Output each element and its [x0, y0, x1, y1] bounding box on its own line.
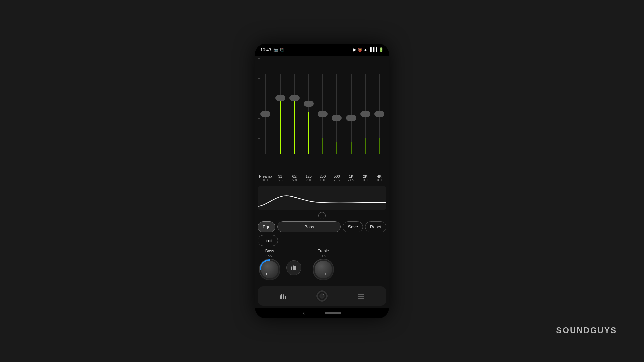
slider-31-fill [280, 100, 281, 154]
svg-rect-13 [281, 294, 282, 294]
save-button[interactable]: Save [343, 221, 363, 232]
label-4k: 4K 0.0 [372, 171, 386, 185]
freq-2k-label: 2K [363, 174, 367, 178]
label-250: 250 0.0 [316, 171, 330, 185]
slider-62-container [287, 58, 302, 170]
slider-62-track [294, 74, 295, 154]
treble-knob[interactable] [313, 259, 334, 280]
freq-500-label: 500 [334, 174, 340, 178]
treble-label: Treble [318, 249, 329, 253]
info-row[interactable]: i [255, 210, 389, 221]
label-125: 125 3.0 [302, 171, 316, 185]
bass-preset-button[interactable]: Bass [277, 221, 341, 232]
svg-rect-10 [283, 295, 284, 299]
bass-knob-group: Bass 15% [259, 249, 280, 280]
slider-4k-handle[interactable] [374, 111, 384, 117]
label-1k: 1K -1.5 [344, 171, 358, 185]
slider-2k-track [365, 74, 366, 154]
svg-point-20 [321, 295, 323, 297]
eq-content: Preamp 0.0 31 5.8 62 5.8 125 3.0 250 0.0… [255, 56, 389, 318]
freq-31-label: 31 [278, 174, 282, 178]
slider-1k-handle[interactable] [346, 115, 356, 121]
preamp-freq-label: Preamp [259, 174, 272, 178]
slider-2k[interactable] [358, 58, 372, 170]
nav-eq-button[interactable] [276, 289, 290, 303]
slider-250-fill [322, 138, 323, 154]
slider-31-track [280, 74, 281, 154]
slider-125-fill [308, 112, 309, 154]
preset-row: Equ Bass Save Reset [255, 221, 389, 232]
nav-vinyl-button[interactable] [316, 290, 328, 302]
slider-500[interactable] [330, 58, 344, 170]
eq-curve-display [258, 186, 386, 210]
nav-menu-button[interactable] [354, 289, 368, 303]
val-62-label: 5.8 [292, 178, 297, 182]
slider-125[interactable] [302, 58, 316, 170]
preamp-val-label: 0.0 [263, 178, 268, 182]
slider-250-track [322, 74, 323, 154]
equ-button[interactable]: Equ [258, 221, 275, 232]
time-display: 10:43 [260, 47, 271, 52]
status-right: ▶ 🔕 ▲ ▐▐▐ 🔋 [353, 47, 384, 52]
vinyl-icon [316, 290, 328, 302]
bass-treble-row: Bass 15% [258, 249, 386, 280]
svg-rect-14 [283, 294, 284, 295]
slider-62-fill [294, 100, 295, 154]
svg-rect-2 [293, 266, 294, 270]
home-pill[interactable] [325, 312, 341, 314]
bluetooth-icon: ▶ [353, 47, 356, 52]
freq-125-label: 125 [306, 174, 312, 178]
freq-250-label: 250 [320, 174, 326, 178]
slider-1k[interactable] [344, 58, 358, 170]
spacer [255, 283, 389, 286]
reset-button[interactable]: Reset [365, 221, 386, 232]
back-button[interactable]: ‹ [303, 310, 305, 317]
svg-rect-24 [358, 298, 364, 299]
treble-knob-dot [325, 273, 326, 275]
mute-icon: 🔕 [358, 48, 362, 52]
val-31-label: 5.8 [278, 178, 283, 182]
slider-2k-container [358, 58, 372, 170]
slider-500-track [336, 74, 337, 154]
label-31: 31 5.8 [273, 171, 287, 185]
svg-rect-1 [291, 267, 292, 270]
sys-nav-bar: ‹ [255, 308, 389, 318]
slider-31[interactable] [273, 58, 287, 170]
screenshot-icon: 📷 [273, 48, 278, 52]
slider-62-handle[interactable] [289, 95, 300, 101]
slider-125-container [302, 58, 316, 170]
slider-1k-container [344, 58, 358, 170]
eq-icon-button[interactable] [286, 260, 301, 275]
slider-62[interactable] [287, 58, 302, 170]
treble-knob-group: Treble 0% [313, 249, 334, 280]
status-bar: 10:43 📷 📳 ▶ 🔕 ▲ ▐▐▐ 🔋 [255, 44, 389, 56]
phone-frame: 10:43 📷 📳 ▶ 🔕 ▲ ▐▐▐ 🔋 [255, 44, 389, 318]
slider-2k-handle[interactable] [360, 111, 370, 117]
bass-knob-arc [259, 259, 280, 280]
nfc-icon: 📳 [280, 48, 285, 52]
slider-500-container [330, 58, 344, 170]
signal-icon: ▐▐▐ [369, 47, 377, 52]
svg-rect-5 [293, 265, 294, 266]
slider-250[interactable] [316, 58, 330, 170]
slider-4k-track [379, 74, 380, 154]
svg-rect-12 [280, 295, 281, 296]
slider-4k[interactable] [372, 58, 386, 170]
slider-500-handle[interactable] [332, 115, 342, 121]
info-icon[interactable]: i [318, 212, 326, 219]
freq-62-label: 62 [292, 174, 297, 178]
limit-button[interactable]: Limit [258, 235, 278, 246]
freq-1k-label: 1K [349, 174, 353, 178]
nav-eq-icon [279, 292, 287, 300]
slider-preamp[interactable] [258, 58, 273, 170]
slider-31-handle[interactable] [275, 95, 285, 101]
limit-row: Limit [258, 235, 386, 246]
bass-knob[interactable] [259, 259, 280, 280]
slider-125-handle[interactable] [304, 101, 314, 107]
watermark: SOUNDGUYS [556, 326, 617, 335]
freq-4k-label: 4K [377, 174, 381, 178]
preamp-handle[interactable] [260, 111, 270, 117]
svg-rect-6 [294, 266, 296, 266]
label-preamp: Preamp 0.0 [258, 171, 273, 185]
slider-250-handle[interactable] [318, 111, 328, 117]
